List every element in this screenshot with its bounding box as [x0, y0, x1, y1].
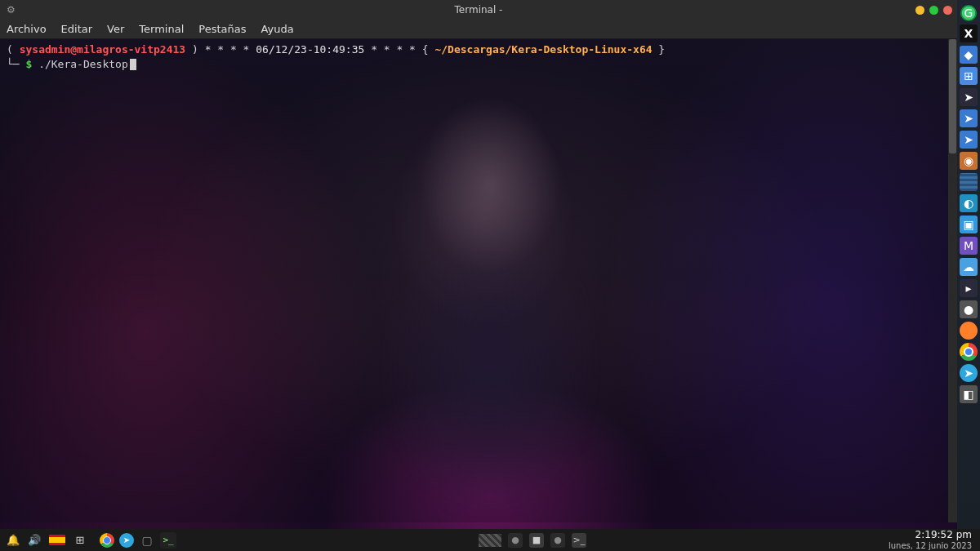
app-icon-1[interactable]: ◉ [960, 152, 978, 170]
titlebar[interactable]: ⚙ Terminal - [0, 0, 957, 20]
workspace-4[interactable]: >_ [572, 533, 586, 548]
kde-icon[interactable]: ◆ [960, 46, 978, 64]
firefox-icon[interactable] [960, 322, 978, 340]
menu-archivo[interactable]: Archivo [7, 23, 47, 35]
chrome-icon[interactable] [960, 343, 978, 361]
terminal-body[interactable]: ( sysadmin@milagros-vitp2413 ) * * * * 0… [0, 39, 957, 522]
app-icon-7[interactable]: ◧ [960, 385, 978, 403]
menu-ayuda[interactable]: Ayuda [261, 23, 294, 35]
workspace-3[interactable]: ● [550, 533, 565, 548]
x11-icon[interactable]: X [960, 24, 978, 42]
clock-time: 2:19:52 pm [889, 530, 972, 540]
task-telegram[interactable]: ➤ [119, 533, 134, 548]
volume-icon[interactable]: 🔊 [28, 534, 41, 547]
clock-date: lunes, 12 junio 2023 [889, 541, 972, 550]
notifications-icon[interactable]: 🔔 [7, 534, 20, 547]
app-icon-5[interactable]: ▸ [960, 279, 978, 297]
workspace-1[interactable]: ● [508, 533, 523, 548]
cursor-alt-icon[interactable]: ➤ [960, 131, 978, 149]
ps1-corner: └─ [7, 58, 20, 70]
app-icon-6[interactable]: ● [960, 300, 978, 318]
task-terminal[interactable]: >_ [160, 532, 176, 549]
window-menu-icon[interactable]: ⚙ [7, 4, 16, 16]
terminal-cursor [130, 59, 136, 70]
grammarly-icon[interactable]: G [960, 5, 977, 21]
side-panel-dock: GX◆⊞➤➤➤◉◐▣M☁▸●➤◧ [957, 0, 980, 529]
app-icon-2[interactable] [960, 173, 978, 191]
taskbar-separator [479, 534, 501, 547]
maximize-button[interactable] [929, 6, 938, 15]
taskbar-clock[interactable]: 2:19:52 pm lunes, 12 junio 2023 [889, 530, 980, 549]
display-settings-icon[interactable]: ⊞ [960, 67, 978, 85]
menu-editar[interactable]: Editar [61, 23, 93, 35]
close-button[interactable] [943, 6, 952, 15]
taskbar-left: 🔔 🔊 ⊞ ➤▢>_ [0, 532, 176, 549]
menubar: Archivo Editar Ver Terminal Pestañas Ayu… [0, 20, 957, 39]
terminal-scrollbar[interactable] [948, 39, 957, 522]
cursor-theme-icon[interactable]: ➤ [960, 88, 978, 106]
ps1-brace-close: } [653, 43, 666, 56]
ps1-open: ( [7, 43, 20, 56]
scrollbar-thumb[interactable] [949, 39, 956, 153]
app-icon-3[interactable]: ◐ [960, 194, 978, 212]
menu-ver[interactable]: Ver [107, 23, 124, 35]
taskbar-center: ●■●>_ [176, 533, 889, 548]
task-list: ➤▢>_ [100, 532, 176, 549]
workspace-switcher-icon[interactable]: ⊞ [74, 534, 87, 547]
ps1-user-host: sysadmin@milagros-vitp2413 [20, 43, 186, 56]
cursor-icon[interactable]: ➤ [960, 109, 978, 127]
menu-pestanas[interactable]: Pestañas [198, 23, 246, 35]
task-chrome[interactable] [100, 533, 114, 548]
command-text: ./Kera-Desktop [38, 58, 128, 70]
workspace-2[interactable]: ■ [529, 533, 544, 548]
terminal-window: ⚙ Terminal - Archivo Editar Ver Terminal… [0, 0, 957, 522]
telegram-icon[interactable]: ➤ [960, 364, 978, 382]
minimize-button[interactable] [915, 6, 924, 15]
ps1-cwd: ~/Descargas/Kera-Desktop-Linux-x64 [434, 43, 652, 56]
window-title: Terminal - [455, 4, 503, 16]
ps1-brace-open: { [422, 43, 435, 56]
window-controls [915, 6, 952, 15]
app-icon-4[interactable]: M [960, 237, 978, 255]
keyboard-layout-es-icon[interactable] [49, 535, 65, 545]
dolphin-icon[interactable]: ▣ [960, 216, 978, 233]
menu-terminal[interactable]: Terminal [139, 23, 184, 35]
task-window[interactable]: ▢ [139, 532, 155, 549]
taskbar: 🔔 🔊 ⊞ ➤▢>_ ●■●>_ 2:19:52 pm lunes, 12 ju… [0, 529, 980, 551]
ps1-dollar: $ [20, 58, 38, 70]
ps1-close: ) [185, 43, 198, 56]
ps1-datetime: 06/12/23-10:49:35 [256, 43, 364, 56]
cloud-icon[interactable]: ☁ [960, 258, 978, 276]
ps1-stars-right: * * * * [364, 43, 421, 56]
ps1-stars-left: * * * * [198, 43, 256, 56]
